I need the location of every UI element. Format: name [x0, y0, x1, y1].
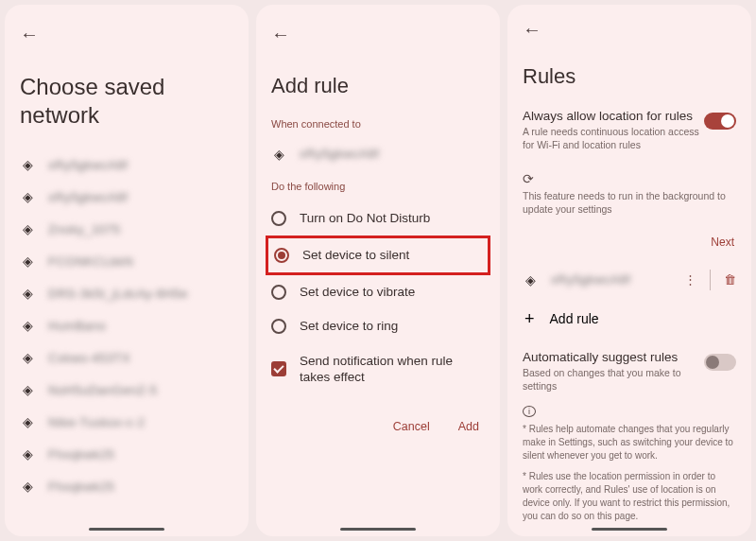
wifi-icon: ◈: [20, 414, 35, 429]
wifi-icon: ◈: [20, 189, 35, 204]
radio-icon: [271, 319, 286, 334]
when-connected-label: When connected to: [271, 118, 485, 130]
network-item[interactable]: ◈FCONKCLbkN: [20, 245, 233, 277]
nav-pill: [89, 528, 164, 531]
wifi-icon: ◈: [20, 221, 35, 236]
radio-icon: [271, 285, 286, 300]
wifi-icon: ◈: [20, 446, 35, 462]
network-item[interactable]: ◈Fhxqkwk25: [20, 470, 233, 502]
screen-rules: ← Rules Always allow location for rules …: [507, 5, 751, 536]
option-silent[interactable]: Set device to silent: [274, 244, 482, 267]
wifi-icon: ◈: [523, 272, 538, 288]
network-item[interactable]: ◈Fhxqkwk25: [20, 438, 233, 470]
wifi-icon: ◈: [20, 479, 35, 494]
back-icon[interactable]: ←: [271, 24, 290, 45]
more-icon[interactable]: ⋮: [684, 272, 696, 287]
network-item[interactable]: ◈Ntke-Tuskox-c-2: [20, 406, 233, 438]
auto-suggest-rules[interactable]: Automatically suggest rules Based on cha…: [523, 350, 736, 393]
rule-item[interactable]: ◈ xRy5gkwcA8f ⋮ 🗑: [523, 262, 736, 298]
network-item[interactable]: ◈xRy5gkwcA8f: [20, 148, 233, 181]
footnote: * Rules use the location permission in o…: [523, 470, 736, 523]
checkbox-icon: [271, 361, 286, 376]
background-feature: ⟳ This feature needs to run in the backg…: [523, 170, 736, 216]
wifi-icon: ◈: [20, 157, 35, 172]
screen-choose-network: ← Choose saved network ◈xRy5gkwcA8f ◈xRy…: [5, 5, 249, 536]
network-item[interactable]: ◈HumBano: [20, 309, 233, 341]
connected-network-row[interactable]: ◈ xRy5gkwcA8f: [271, 139, 485, 175]
network-item[interactable]: ◈xRy5gkwcA8f: [20, 181, 233, 213]
nav-pill: [592, 528, 667, 531]
network-item[interactable]: ◈Cxkwo-453TX: [20, 341, 233, 374]
info-icon: i: [523, 406, 536, 417]
option-dnd[interactable]: Turn on Do Not Disturb: [271, 201, 485, 236]
divider: [710, 270, 711, 290]
toggle-off-icon[interactable]: [704, 354, 736, 371]
option-vibrate[interactable]: Set device to vibrate: [271, 275, 485, 309]
network-item[interactable]: ◈NoH5uDanGenZ-5: [20, 374, 233, 406]
page-title: Choose saved network: [20, 73, 233, 130]
option-ring[interactable]: Set device to ring: [271, 309, 485, 343]
trash-icon[interactable]: 🗑: [724, 272, 736, 287]
highlight-selected-option: Set device to silent: [266, 236, 490, 275]
wifi-icon: ◈: [20, 286, 35, 301]
network-item[interactable]: ◈DRS-3k5t_jLdcAy-8H5e: [20, 277, 233, 309]
wifi-icon: ◈: [20, 253, 35, 269]
always-allow-location[interactable]: Always allow location for rules A rule n…: [523, 109, 736, 151]
network-item[interactable]: ◈Znoky_1075: [20, 213, 233, 245]
next-button[interactable]: Next: [523, 236, 734, 249]
page-title: Rules: [523, 63, 736, 90]
cancel-button[interactable]: Cancel: [393, 420, 430, 433]
radio-icon: [274, 248, 289, 263]
back-icon[interactable]: ←: [523, 19, 541, 41]
network-list: ◈xRy5gkwcA8f ◈xRy5gkwcA8f ◈Znoky_1075 ◈F…: [20, 148, 233, 531]
wifi-icon: ◈: [20, 382, 35, 397]
wifi-icon: ◈: [20, 318, 35, 333]
back-icon[interactable]: ←: [20, 24, 39, 45]
sync-icon: ⟳: [523, 171, 534, 186]
screen-add-rule: ← Add rule When connected to ◈ xRy5gkwcA…: [256, 5, 500, 536]
page-title: Add rule: [271, 73, 485, 99]
wifi-icon: ◈: [271, 147, 286, 162]
footnote: * Rules help automate changes that you r…: [523, 423, 736, 462]
wifi-icon: ◈: [20, 350, 35, 365]
do-following-label: Do the following: [271, 181, 485, 192]
nav-pill: [340, 528, 416, 531]
option-notify[interactable]: Send notification when rule takes effect: [271, 343, 485, 395]
plus-icon: +: [524, 309, 535, 329]
add-button[interactable]: Add: [458, 420, 479, 433]
add-rule-button[interactable]: + Add rule: [523, 298, 736, 344]
radio-icon: [271, 211, 286, 226]
toggle-on-icon[interactable]: [704, 113, 736, 130]
